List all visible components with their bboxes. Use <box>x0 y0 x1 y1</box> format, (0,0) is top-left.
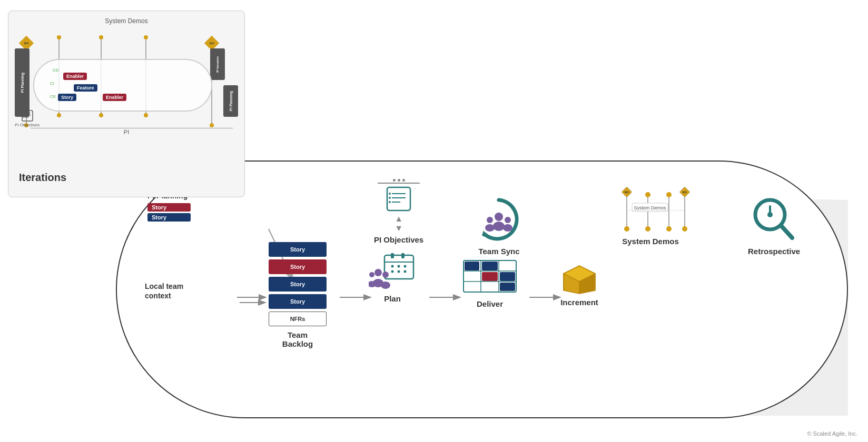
copyright: © Scaled Agile, Inc. <box>807 430 857 437</box>
deliver-label: Deliver <box>477 299 503 308</box>
inset-pi-obj-label: PI Objectives <box>15 123 40 127</box>
inset-story-badge: Story <box>58 94 76 101</box>
svg-marker-53 <box>482 230 489 238</box>
svg-point-7 <box>23 115 24 116</box>
backlog-nfrs: NFRs <box>269 312 327 326</box>
team-sync-section: Team Sync <box>474 195 524 256</box>
svg-point-32 <box>382 272 389 278</box>
svg-point-18 <box>389 197 391 199</box>
inset-enabler2-badge: Enabler <box>103 94 126 101</box>
increment-label: Increment <box>560 298 598 307</box>
page-wrapper: System Demos I&A PI Planning I&A <box>0 0 868 442</box>
svg-point-58 <box>505 217 511 223</box>
cd-label: CD <box>53 68 59 73</box>
arrow-plan-deliver <box>427 292 463 305</box>
svg-rect-13 <box>387 187 410 210</box>
ci-label: CI <box>50 81 54 86</box>
svg-point-34 <box>369 272 374 277</box>
svg-rect-46 <box>500 283 515 291</box>
svg-rect-45 <box>500 272 515 281</box>
story-red-badge: Story <box>147 203 191 212</box>
increment-section: Increment <box>558 258 600 307</box>
svg-point-19 <box>389 201 391 203</box>
svg-rect-44 <box>482 272 498 281</box>
svg-rect-42 <box>465 262 479 270</box>
deliver-section: Deliver <box>461 258 519 308</box>
svg-text:System Demos: System Demos <box>634 205 666 210</box>
svg-line-82 <box>782 226 792 238</box>
inset-iterations-label: Iterations <box>19 172 66 184</box>
svg-point-69 <box>666 192 672 197</box>
plan-section: Plan <box>369 253 416 303</box>
plan-label: Plan <box>384 294 401 303</box>
svg-point-67 <box>645 226 650 232</box>
arrow-local-to-backlog <box>234 292 269 305</box>
backlog-story-3: Story <box>269 277 327 292</box>
svg-point-55 <box>493 222 505 231</box>
svg-rect-23 <box>401 253 405 258</box>
team-backlog-label: TeamBacklog <box>282 330 313 348</box>
svg-point-57 <box>485 224 495 232</box>
inset-enabler1-badge: Enabler <box>63 73 87 80</box>
pi-line-label: PI <box>124 129 129 135</box>
inset-system-demos-label: System Demos <box>15 17 238 25</box>
svg-point-70 <box>666 226 672 232</box>
system-demos-section: I&A I&A System Demos System Demos <box>611 184 690 246</box>
team-backlog-section: Story Story Story Story NFRs TeamBacklog <box>269 242 327 348</box>
svg-point-27 <box>391 270 394 273</box>
svg-point-62 <box>624 226 629 232</box>
svg-point-30 <box>374 269 382 276</box>
svg-text:I&A: I&A <box>683 190 687 194</box>
backlog-story-2: Story <box>269 259 327 274</box>
svg-point-24 <box>391 265 394 268</box>
svg-point-59 <box>503 224 512 232</box>
pi-planning-label-right: PI Planning <box>229 91 233 111</box>
local-team-label: Local teamcontext <box>145 282 183 300</box>
svg-rect-2 <box>22 110 33 121</box>
svg-point-66 <box>645 192 650 197</box>
pi-objectives-section: ▲ ▼ PI Objectives <box>374 179 423 244</box>
svg-rect-22 <box>391 253 394 258</box>
backlog-story-1: Story <box>269 242 327 257</box>
svg-point-8 <box>23 117 24 118</box>
ip-iteration-label: IP Iteration <box>216 56 219 73</box>
retrospective-section: Retrospective <box>748 195 800 256</box>
svg-point-56 <box>487 217 493 223</box>
svg-text:I&A: I&A <box>625 190 629 194</box>
inset-diagram: System Demos I&A PI Planning I&A <box>8 11 245 197</box>
svg-rect-43 <box>482 262 498 270</box>
backlog-story-4: Story <box>269 294 327 309</box>
pi-planning-label-left: PI Planning <box>21 73 24 93</box>
inset-feature-badge: Feature <box>74 84 97 92</box>
svg-point-73 <box>682 226 687 232</box>
story-blue-badge: Story <box>147 213 191 222</box>
svg-point-26 <box>404 265 407 268</box>
svg-point-17 <box>389 193 391 195</box>
pi-objectives-label: PI Objectives <box>374 235 423 244</box>
svg-point-28 <box>398 270 400 273</box>
retrospective-label: Retrospective <box>748 247 800 256</box>
system-demos-label: System Demos <box>622 237 679 246</box>
svg-point-33 <box>381 282 390 289</box>
svg-point-6 <box>23 113 24 114</box>
team-sync-label: Team Sync <box>478 247 519 256</box>
svg-point-54 <box>495 213 503 221</box>
svg-point-29 <box>404 270 407 273</box>
ce-label: CE <box>50 94 56 99</box>
svg-point-25 <box>398 265 400 268</box>
